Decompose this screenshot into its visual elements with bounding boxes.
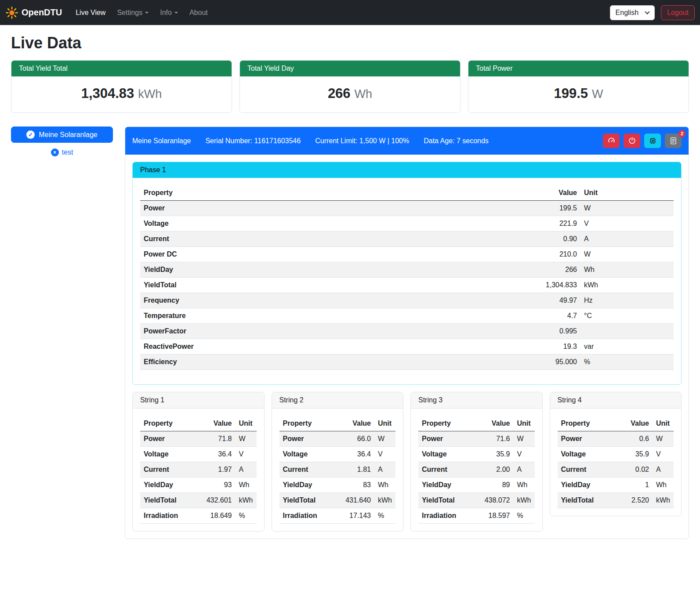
- top-navbar: OpenDTU Live View Settings Info About En…: [0, 0, 700, 25]
- property-column-header: Property: [558, 416, 619, 431]
- unit-cell: A: [374, 462, 395, 478]
- card-title: Total Yield Total: [11, 61, 232, 76]
- value-cell: 266: [528, 262, 580, 278]
- card-title: Total Yield Day: [240, 61, 460, 76]
- unit-cell: Wh: [653, 478, 674, 493]
- string-1-table: Property Value Unit Power71.8WVoltage36.…: [140, 416, 257, 524]
- property-column-header: Property: [279, 416, 341, 431]
- property-cell: Voltage: [140, 447, 201, 462]
- unit-column-header: Unit: [580, 185, 674, 201]
- table-row: YieldTotal438.072kWh: [418, 493, 535, 508]
- nav-live-view[interactable]: Live View: [72, 5, 109, 20]
- property-cell: Current: [140, 462, 201, 478]
- value-cell: 35.9: [479, 447, 514, 462]
- phase-body: Property Value Unit Power199.5WVoltage22…: [133, 178, 681, 384]
- value-cell: 18.649: [201, 508, 236, 524]
- total-yield-day-card: Total Yield Day 266 Wh: [239, 60, 461, 113]
- nav-links: Live View Settings Info About: [70, 5, 214, 20]
- sun-icon: [5, 6, 18, 19]
- x-circle-icon: ×: [51, 148, 59, 156]
- table-row: Current0.02A: [558, 462, 674, 478]
- nav-settings[interactable]: Settings: [113, 5, 152, 20]
- inverter-item-test[interactable]: × test: [11, 148, 113, 156]
- unit-cell: %: [514, 508, 535, 524]
- value-cell: 93: [201, 478, 236, 493]
- unit-column-header: Unit: [653, 416, 674, 431]
- property-column-header: Property: [140, 185, 528, 201]
- serial-number: Serial Number: 116171603546: [205, 137, 301, 145]
- device-info-button[interactable]: [644, 134, 661, 148]
- table-header-row: Property Value Unit: [140, 416, 257, 431]
- inverter-panel-header: Meine Solaranlage Serial Number: 1161716…: [125, 127, 689, 155]
- unit-cell: W: [653, 431, 674, 447]
- table-row: YieldDay89Wh: [418, 478, 535, 493]
- power-button[interactable]: [624, 134, 640, 148]
- table-row: ReactivePower19.3var: [140, 339, 674, 355]
- current-limit: Current Limit: 1,500 W | 100%: [315, 137, 409, 145]
- cpu-icon: [649, 137, 657, 145]
- nav-about[interactable]: About: [186, 5, 211, 20]
- property-cell: YieldTotal: [418, 493, 479, 508]
- brand[interactable]: OpenDTU: [5, 6, 62, 19]
- string-title: String 2: [272, 392, 403, 409]
- unit-cell: V: [236, 447, 257, 462]
- inverter-select-button[interactable]: ✓ Meine Solaranlage: [11, 127, 113, 143]
- chevron-down-icon: [645, 9, 649, 14]
- table-row: YieldDay83Wh: [279, 478, 396, 493]
- unit-column-header: Unit: [374, 416, 395, 431]
- string-4-card: String 4 Property Value Unit: [550, 392, 682, 516]
- inverter-sidebar: ✓ Meine Solaranlage × test: [11, 127, 113, 156]
- phase-1-card: Phase 1 Property Value Unit Power199.5WV…: [132, 162, 682, 385]
- property-cell: YieldTotal: [140, 493, 201, 508]
- table-row: Temperature4.7°C: [140, 308, 674, 324]
- value-cell: 71.8: [201, 431, 236, 447]
- unit-cell: [580, 324, 674, 339]
- property-cell: Efficiency: [140, 355, 528, 370]
- property-cell: Power: [279, 431, 341, 447]
- property-cell: YieldTotal: [279, 493, 341, 508]
- value-cell: 1: [618, 478, 653, 493]
- nav-settings-label: Settings: [117, 9, 142, 17]
- page-container: Live Data Total Yield Total 1,304.83 kWh…: [0, 34, 700, 551]
- property-cell: Current: [418, 462, 479, 478]
- table-header-row: Property Value Unit: [140, 185, 674, 201]
- property-cell: Voltage: [558, 447, 619, 462]
- table-row: Current0.90A: [140, 232, 674, 247]
- property-column-header: Property: [140, 416, 201, 431]
- logout-button[interactable]: Logout: [661, 5, 695, 20]
- card-value: 199.5: [554, 86, 588, 101]
- chevron-down-icon: [145, 12, 149, 14]
- unit-cell: Wh: [374, 478, 395, 493]
- card-value: 1,304.83: [81, 86, 134, 101]
- table-row: Voltage36.4V: [140, 447, 257, 462]
- value-column-header: Value: [479, 416, 514, 431]
- table-row: Voltage36.4V: [279, 447, 396, 462]
- property-cell: Voltage: [140, 216, 528, 232]
- unit-cell: kWh: [580, 278, 674, 293]
- table-row: Current2.00A: [418, 462, 535, 478]
- property-cell: YieldDay: [140, 262, 528, 278]
- unit-cell: Wh: [236, 478, 257, 493]
- property-cell: YieldTotal: [558, 493, 619, 508]
- value-cell: 1,304.833: [528, 278, 580, 293]
- chevron-down-icon: [174, 12, 178, 14]
- language-select[interactable]: English: [610, 5, 655, 20]
- table-row: Current1.81A: [279, 462, 396, 478]
- value-cell: 2.520: [618, 493, 653, 508]
- unit-cell: W: [514, 431, 535, 447]
- card-unit: kWh: [138, 87, 162, 101]
- table-row: Power66.0W: [279, 431, 396, 447]
- value-cell: 2.00: [479, 462, 514, 478]
- limit-settings-button[interactable]: [603, 134, 620, 148]
- string-3-card: String 3 Property Value Unit: [410, 392, 543, 532]
- table-row: Current1.97A: [140, 462, 257, 478]
- nav-info[interactable]: Info: [156, 5, 181, 20]
- property-cell: Voltage: [279, 447, 341, 462]
- unit-column-header: Unit: [514, 416, 535, 431]
- string-4-table: Property Value Unit Power0.6WVoltage35.9…: [558, 416, 674, 508]
- total-yield-total-card: Total Yield Total 1,304.83 kWh: [11, 60, 232, 113]
- eventlog-button[interactable]: 2: [665, 134, 682, 148]
- property-cell: Irradiation: [140, 508, 201, 524]
- power-icon: [628, 137, 636, 145]
- unit-cell: V: [514, 447, 535, 462]
